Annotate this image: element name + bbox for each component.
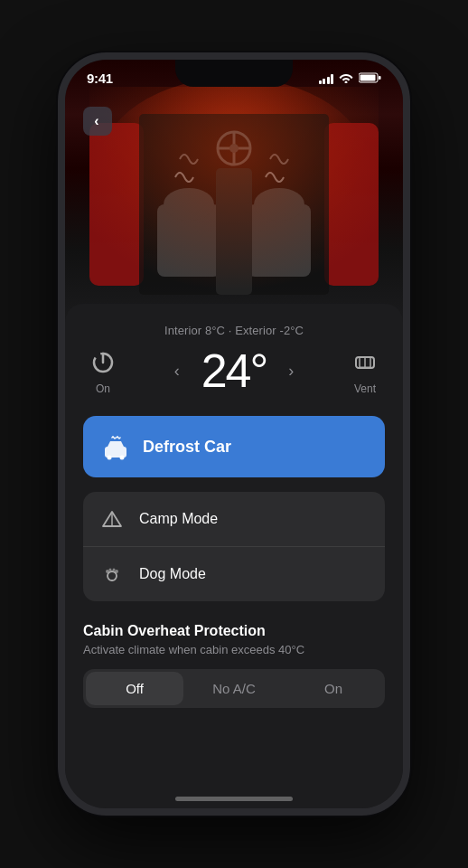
segment-on-button[interactable]: On [285, 672, 382, 705]
wifi-icon [339, 71, 353, 87]
main-content: Interior 8°C · Exterior -2°C On ‹ [65, 304, 403, 808]
segment-noac-button[interactable]: No A/C [185, 672, 283, 705]
temp-decrease-button[interactable]: ‹ [167, 354, 187, 388]
car-interior-svg [89, 87, 379, 313]
temp-info-row: Interior 8°C · Exterior -2°C [83, 322, 385, 338]
status-time: 9:41 [87, 71, 113, 86]
vent-label: Vent [354, 382, 376, 395]
temp-increase-button[interactable]: › [281, 354, 301, 388]
camp-mode-label: Camp Mode [139, 511, 218, 527]
power-icon [87, 346, 119, 379]
svg-point-27 [108, 571, 117, 580]
dog-mode-item[interactable]: Dog Mode [83, 547, 385, 601]
battery-icon [359, 71, 381, 87]
svg-point-29 [115, 570, 118, 573]
mode-options: Camp Mode Dog Mode [83, 492, 385, 601]
car-image-area [65, 60, 403, 331]
back-chevron-icon: ‹ [94, 113, 98, 129]
defrost-label: Defrost Car [143, 438, 231, 457]
power-button[interactable]: On [87, 346, 119, 395]
cabin-overheat-title: Cabin Overheat Protection [83, 623, 385, 639]
camp-mode-item[interactable]: Camp Mode [83, 492, 385, 547]
phone-frame: 9:41 [58, 52, 410, 816]
segment-off-button[interactable]: Off [86, 672, 183, 705]
back-button[interactable]: ‹ [83, 107, 112, 136]
cabin-segment-control: Off No A/C On [83, 669, 385, 708]
temperature-display: 24° [201, 344, 267, 398]
power-label: On [96, 382, 110, 395]
temp-info-text: Interior 8°C · Exterior -2°C [164, 324, 304, 337]
svg-point-31 [113, 569, 116, 571]
signal-icon [319, 73, 334, 84]
cabin-overheat-subtitle: Activate climate when cabin exceeds 40°C [83, 643, 385, 656]
svg-point-30 [109, 569, 112, 571]
svg-point-28 [106, 570, 109, 573]
defrost-button[interactable]: Defrost Car [83, 416, 385, 477]
svg-rect-1 [379, 76, 381, 80]
svg-point-24 [108, 456, 112, 460]
svg-rect-2 [360, 75, 376, 81]
dog-icon [99, 561, 125, 587]
temp-control-row: On ‹ 24° › [83, 344, 385, 398]
camp-icon [99, 506, 125, 532]
temp-center: ‹ 24° › [167, 344, 302, 398]
cabin-overheat-section: Cabin Overheat Protection Activate clima… [83, 623, 385, 708]
status-icons [319, 71, 382, 87]
svg-rect-15 [89, 87, 379, 313]
vent-icon [349, 346, 381, 379]
defrost-icon [101, 432, 130, 461]
notch [175, 60, 293, 87]
svg-point-25 [120, 456, 125, 460]
dog-mode-label: Dog Mode [139, 566, 206, 582]
home-indicator [175, 797, 293, 801]
vent-button[interactable]: Vent [349, 346, 381, 395]
